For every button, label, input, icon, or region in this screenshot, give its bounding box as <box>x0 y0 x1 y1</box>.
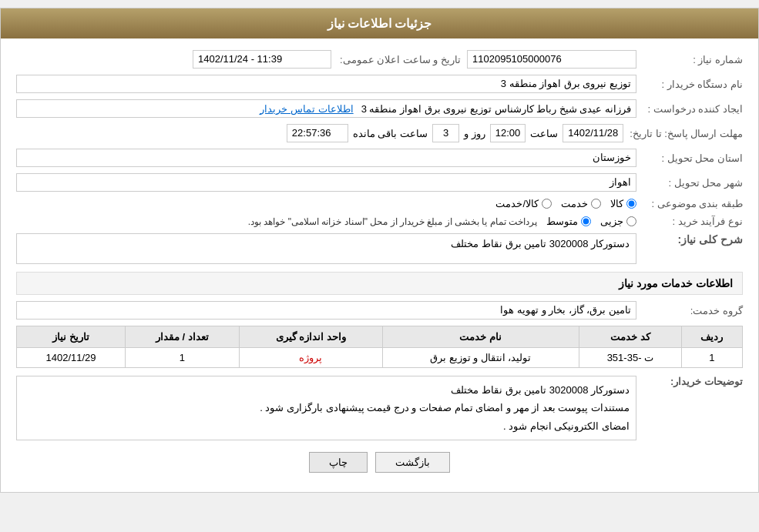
creator-value: فرزانه عیدی شیخ رباط کارشناس توزیع نیروی… <box>361 103 631 115</box>
province-row: استان محل تحویل : خوزستان <box>16 149 743 167</box>
back-button[interactable]: بازگشت <box>375 452 450 473</box>
cell-date: 1402/11/29 <box>17 348 126 368</box>
creator-value-box: فرزانه عیدی شیخ رباط کارشناس توزیع نیروی… <box>16 99 636 118</box>
response-deadline-remaining: 22:57:36 <box>287 124 348 142</box>
announcement-value: 1402/11/24 - 11:39 <box>193 50 331 69</box>
creator-label: ایجاد کننده درخواست : <box>643 103 743 115</box>
purchase-type-label-medium: متوسط <box>546 216 578 227</box>
cell-quantity: 1 <box>126 348 240 368</box>
province-label: استان محل تحویل : <box>643 152 743 164</box>
category-row: طبقه بندی موضوعی : کالا خدمت کالا/خدمت <box>16 198 743 209</box>
service-group-label: گروه خدمت: <box>643 305 743 316</box>
need-description-section: شرح کلی نیاز: دستورکار 3020008 تامین برق… <box>16 233 743 264</box>
buyer-org-row: نام دستگاه خریدار : توزیع نیروی برق اهوا… <box>16 75 743 93</box>
category-label-kala: کالا <box>610 198 623 209</box>
response-deadline-label: مهلت ارسال پاسخ: تا تاریخ: <box>630 128 743 139</box>
creator-link[interactable]: اطلاعات تماس خریدار <box>260 103 353 115</box>
response-deadline-details: 1402/11/28 ساعت 12:00 روز و 3 ساعت باقی … <box>16 124 623 142</box>
category-option-kala: کالا <box>610 198 636 209</box>
notes-line-2: مستندات پیوست بعد از مهر و امضای تمام صف… <box>23 399 630 417</box>
need-number-value: 1102095105000076 <box>467 50 636 69</box>
purchase-type-content: جزیی متوسط پرداخت تمام یا بخشی از مبلغ خ… <box>16 216 636 227</box>
buyer-org-label: نام دستگاه خریدار : <box>643 79 743 90</box>
category-label: طبقه بندی موضوعی : <box>643 198 743 209</box>
table-row: 1 ت -35-351 تولید، انتقال و توزیع برق پر… <box>17 348 743 368</box>
col-service-code: کد خدمت <box>579 326 681 348</box>
buttons-row: بازگشت چاپ <box>16 452 743 473</box>
category-label-both: کالا/خدمت <box>495 198 539 209</box>
creator-row: ایجاد کننده درخواست : فرزانه عیدی شیخ رب… <box>16 99 743 118</box>
col-unit: واحد اندازه گیری <box>239 326 382 348</box>
notes-line-3: امضای الکترونیکی انجام شود . <box>23 417 630 435</box>
cell-service-code: ت -35-351 <box>579 348 681 368</box>
services-section-title: اطلاعات خدمات مورد نیاز <box>16 272 743 295</box>
col-row-num: ردیف <box>681 326 742 348</box>
province-value: خوزستان <box>16 149 636 167</box>
purchase-type-note: پرداخت تمام یا بخشی از مبلغ خریدار از مح… <box>248 216 537 227</box>
page-header: جزئیات اطلاعات نیاز <box>1 8 758 38</box>
category-radio-both[interactable] <box>542 199 552 209</box>
city-value: اهواز <box>16 173 636 192</box>
services-table: ردیف کد خدمت نام خدمت واحد اندازه گیری ت… <box>16 326 743 368</box>
response-deadline-time: 12:00 <box>490 124 526 142</box>
need-number-label: شماره نیاز : <box>643 54 743 65</box>
response-deadline-days: 3 <box>432 124 459 142</box>
purchase-type-radio-partial[interactable] <box>626 216 636 226</box>
need-description-value: دستورکار 3020008 تامین برق نقاط مختلف <box>16 233 636 264</box>
category-radio-service[interactable] <box>591 199 601 209</box>
page-title: جزئیات اطلاعات نیاز <box>327 17 432 30</box>
purchase-type-label-partial: جزیی <box>600 216 623 227</box>
notes-content: دستورکار 3020008 تامین برق نقاط مختلف مس… <box>16 376 636 440</box>
notes-section: توضیحات خریدار: دستورکار 3020008 تامین ب… <box>16 376 743 440</box>
buyer-org-value: توزیع نیروی برق اهواز منطقه 3 <box>16 75 636 93</box>
cell-row-num: 1 <box>681 348 742 368</box>
service-group-row: گروه خدمت: تامین برق، گاز، بخار و تهویه … <box>16 301 743 320</box>
category-radio-kala[interactable] <box>626 199 636 209</box>
city-row: شهر محل تحویل : اهواز <box>16 173 743 192</box>
purchase-type-medium: متوسط <box>546 216 591 227</box>
response-time-label: ساعت <box>530 128 558 139</box>
response-deadline-row: مهلت ارسال پاسخ: تا تاریخ: 1402/11/28 سا… <box>16 124 743 142</box>
category-radio-group: کالا خدمت کالا/خدمت <box>16 198 636 209</box>
city-label: شهر محل تحویل : <box>643 177 743 189</box>
category-option-both: کالا/خدمت <box>495 198 552 209</box>
notes-label: توضیحات خریدار: <box>643 376 743 387</box>
announcement-label: تاریخ و ساعت اعلان عمومی: <box>338 54 461 65</box>
col-quantity: تعداد / مقدار <box>126 326 240 348</box>
col-date: تاریخ نیاز <box>17 326 126 348</box>
service-group-value: تامین برق، گاز، بخار و تهویه هوا <box>16 301 636 320</box>
purchase-type-label: نوع فرآیند خرید : <box>643 216 743 227</box>
page-wrapper: جزئیات اطلاعات نیاز شماره نیاز : 1102095… <box>0 8 759 493</box>
response-remaining-label: ساعت باقی مانده <box>353 128 428 139</box>
need-number-row: شماره نیاز : 1102095105000076 تاریخ و سا… <box>16 50 743 69</box>
table-header-row: ردیف کد خدمت نام خدمت واحد اندازه گیری ت… <box>17 326 743 348</box>
cell-unit: پروژه <box>239 348 382 368</box>
cell-service-name: تولید، انتقال و توزیع برق <box>382 348 579 368</box>
response-days-label: روز و <box>464 128 485 139</box>
category-label-service: خدمت <box>561 198 588 209</box>
response-deadline-date: 1402/11/28 <box>563 124 623 142</box>
print-button[interactable]: چاپ <box>309 452 368 473</box>
purchase-type-radio-medium[interactable] <box>581 216 591 226</box>
content-area: شماره نیاز : 1102095105000076 تاریخ و سا… <box>1 38 758 492</box>
notes-line-1: دستورکار 3020008 تامین برق نقاط مختلف <box>23 381 630 399</box>
col-service-name: نام خدمت <box>382 326 579 348</box>
purchase-type-partial: جزیی <box>600 216 636 227</box>
purchase-type-row: نوع فرآیند خرید : جزیی متوسط پرداخت تمام… <box>16 216 743 227</box>
need-description-section-title: شرح کلی نیاز: <box>643 233 743 246</box>
category-option-service: خدمت <box>561 198 601 209</box>
